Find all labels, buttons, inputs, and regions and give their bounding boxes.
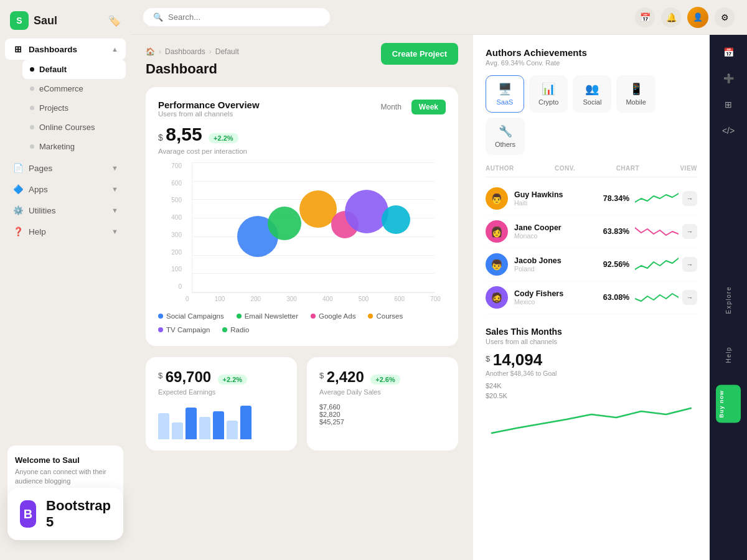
- legend-label: Google Ads: [319, 312, 355, 320]
- breadcrumb-sep: ›: [209, 47, 212, 56]
- sidebar-item-label: Apps: [29, 185, 48, 194]
- nav-sub-dashboards: Default eCommerce Projects Online Course…: [5, 60, 126, 156]
- dot-icon: [30, 144, 34, 149]
- cat-tab-social[interactable]: 👥 Social: [573, 75, 611, 113]
- notification-icon[interactable]: 🔔: [661, 7, 681, 27]
- avatar[interactable]: 👤: [687, 7, 708, 28]
- sales-chart-labels: $24K $20.5K: [486, 382, 697, 399]
- cat-tab-mobile[interactable]: 📱 Mobile: [616, 75, 655, 113]
- sidebar-item-pages[interactable]: 📄 Pages ▼: [5, 157, 126, 179]
- sidebar-item-default[interactable]: Default: [22, 60, 126, 79]
- sales-section: Sales This Months Users from all channel…: [486, 327, 697, 442]
- x-label: 600: [394, 296, 405, 302]
- tab-month[interactable]: Month: [374, 100, 409, 114]
- strip-icon-3[interactable]: ⊞: [717, 93, 740, 116]
- author-view-button[interactable]: →: [682, 290, 697, 305]
- sidebar-item-marketing[interactable]: Marketing: [22, 137, 126, 156]
- search-input[interactable]: [168, 12, 320, 22]
- y-label: 0: [158, 283, 182, 290]
- stat-change: +2.6%: [370, 375, 400, 385]
- sales-value-row: $ 14,094: [486, 350, 697, 370]
- bubble-chart-container: 700 600 500 400 300 200 100 0: [186, 162, 441, 302]
- sidebar-item-utilities[interactable]: ⚙️ Utilities ▼: [5, 200, 126, 221]
- author-name: Jacob Jones: [514, 256, 598, 265]
- mobile-icon: 📱: [629, 82, 643, 96]
- author-view-button[interactable]: →: [682, 257, 697, 272]
- main-area: 🔍 📅 🔔 👤 ⚙ 🏠 › Dashboards › Default Dashb…: [131, 0, 747, 560]
- dot-icon: [30, 106, 34, 110]
- strip-buy-button[interactable]: Buy now: [716, 385, 741, 423]
- cat-tab-saas[interactable]: 🖥️ SaaS: [486, 75, 524, 113]
- strip-icon-2[interactable]: ➕: [717, 67, 740, 90]
- strip-help-label[interactable]: Help: [725, 337, 732, 373]
- sidebar-item-apps[interactable]: 🔷 Apps ▼: [5, 179, 126, 200]
- create-project-button[interactable]: Create Project: [381, 43, 458, 65]
- sidebar-item-label: eCommerce: [39, 84, 83, 93]
- right-panel: Authors Achievements Avg. 69.34% Conv. R…: [473, 35, 710, 560]
- grid-line: [192, 236, 435, 237]
- sidebar-item-label: Default: [39, 65, 67, 74]
- header-author: AUTHOR: [486, 165, 514, 172]
- author-name: Jane Cooper: [514, 223, 598, 232]
- bar: [186, 408, 197, 439]
- author-info: Jacob Jones Poland: [514, 256, 598, 273]
- settings-icon[interactable]: ⚙: [715, 7, 735, 27]
- cat-tab-others[interactable]: 🔧 Others: [486, 118, 525, 155]
- bar: [240, 406, 251, 439]
- bar: [213, 411, 224, 439]
- authors-title: Authors Achievements: [486, 47, 697, 58]
- stat-label: Expected Earnings: [158, 388, 284, 396]
- header-conv: CONV.: [555, 165, 575, 172]
- sparkline-chart: [635, 256, 679, 273]
- utilities-icon: ⚙️: [12, 205, 24, 216]
- x-axis: 0 100 200 300 400 500 600 700: [186, 293, 441, 302]
- strip-vertical-labels: Explore Help Buy now: [716, 146, 741, 554]
- sidebar-item-online-courses[interactable]: Online Courses: [22, 118, 126, 137]
- pages-icon: 📄: [12, 162, 24, 174]
- y-axis: 700 600 500 400 300 200 100 0: [158, 162, 182, 290]
- strip-icon-1[interactable]: 📅: [717, 41, 740, 63]
- breadcrumb-parent[interactable]: Dashboards: [165, 47, 205, 56]
- stat-bar-chart: [158, 402, 284, 439]
- stat-sub-value: $7,660: [319, 403, 344, 411]
- sales-subtitle: Users from all channels: [486, 338, 697, 345]
- author-name: Guy Hawkins: [514, 190, 598, 199]
- chart-legend: Social Campaigns Email Newsletter Google…: [158, 312, 446, 334]
- others-icon: 🔧: [499, 124, 512, 138]
- sidebar-item-help[interactable]: ❓ Help ▼: [5, 221, 126, 242]
- author-info: Guy Hawkins Haiti: [514, 190, 598, 207]
- nav-group-dashboards: ⊞ Dashboards ▲ Default eCommerce Project…: [5, 39, 126, 156]
- sparkline-chart: [635, 223, 679, 240]
- bootstrap-banner[interactable]: B Bootstrap 5: [7, 488, 123, 540]
- x-label: 100: [215, 296, 225, 302]
- legend-item-radio: Radio: [222, 326, 249, 334]
- header: 🔍 📅 🔔 👤 ⚙: [131, 0, 747, 35]
- sidebar-item-ecommerce[interactable]: eCommerce: [22, 79, 126, 98]
- y-label: 600: [158, 180, 182, 187]
- legend-item-google: Google Ads: [311, 312, 355, 320]
- author-view-button[interactable]: →: [682, 224, 697, 239]
- strip-explore-label[interactable]: Explore: [725, 276, 732, 324]
- legend-dot: [237, 314, 242, 319]
- page-title: Dashboard: [146, 61, 217, 77]
- sidebar-item-label: Pages: [29, 164, 52, 173]
- logo-badge: 🏷️: [108, 15, 121, 27]
- authors-subtitle: Avg. 69.34% Conv. Rate: [486, 59, 697, 67]
- sparkline-chart: [635, 190, 679, 207]
- calendar-icon[interactable]: 📅: [635, 7, 655, 27]
- sidebar-item-projects[interactable]: Projects: [22, 98, 126, 118]
- legend-dot: [222, 327, 227, 332]
- stat-sub-value: $45,257: [319, 418, 344, 426]
- cat-tab-crypto[interactable]: 📊 Crypto: [529, 75, 568, 113]
- strip-icon-4[interactable]: </>: [717, 119, 740, 142]
- perf-title-group: Performance Overview Users from all chan…: [158, 100, 260, 118]
- author-view-button[interactable]: →: [682, 191, 697, 206]
- stats-row: $ 69,700 +2.2% Expected Earnings: [146, 357, 458, 450]
- sales-value: 14,094: [493, 350, 543, 369]
- stat-label: Average Daily Sales: [319, 388, 446, 396]
- tab-week[interactable]: Week: [411, 100, 446, 114]
- crypto-icon: 📊: [542, 82, 555, 96]
- sidebar-item-dashboards[interactable]: ⊞ Dashboards ▲: [5, 39, 126, 60]
- content-main: 🏠 › Dashboards › Default Dashboard Creat…: [131, 35, 473, 560]
- search-bar[interactable]: 🔍: [143, 8, 330, 26]
